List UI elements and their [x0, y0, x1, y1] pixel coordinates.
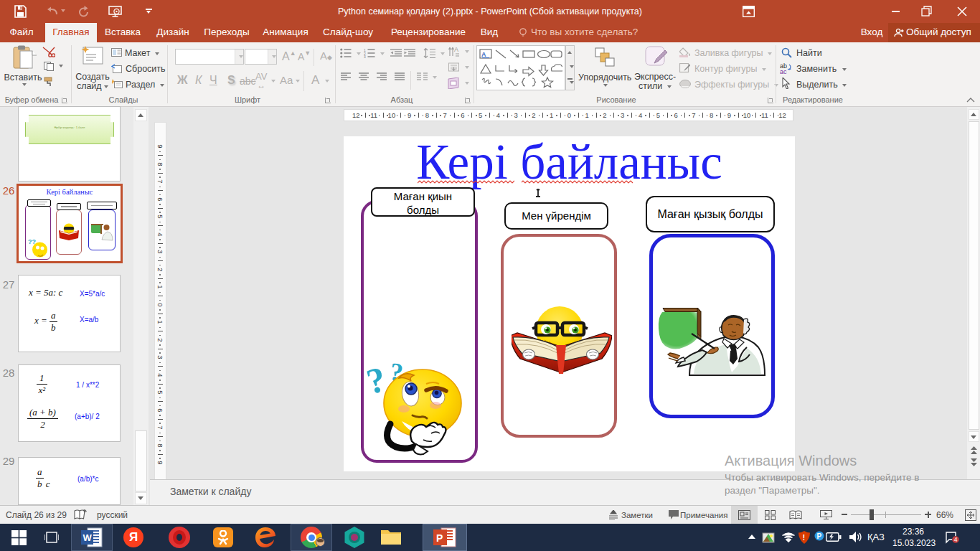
svg-text:P: P: [817, 532, 822, 540]
svg-text:!: !: [803, 533, 806, 542]
svg-text:W: W: [83, 532, 93, 543]
svg-text:A: A: [454, 46, 458, 53]
svg-text:A: A: [481, 51, 486, 58]
svg-text:P: P: [436, 532, 443, 544]
svg-text:ac: ac: [780, 68, 787, 75]
svg-text:4: 4: [954, 536, 958, 543]
svg-text:3: 3: [364, 55, 366, 58]
